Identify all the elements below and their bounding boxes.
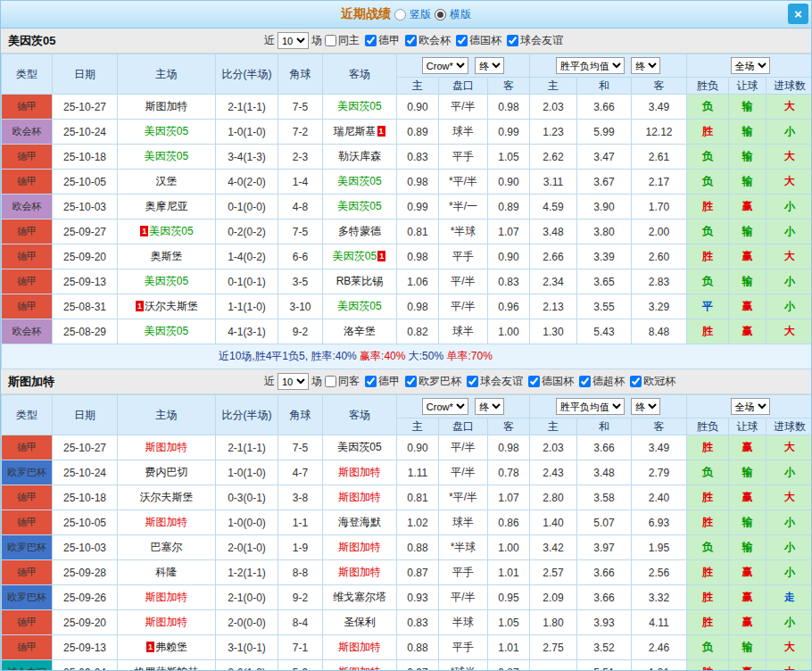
team-text: 弗赖堡 bbox=[155, 641, 187, 653]
home-team: 汉堡 bbox=[118, 170, 216, 195]
subcol-goals-result: 进球数 bbox=[766, 78, 812, 95]
table-row: 德甲25-09-13美因茨050-1(0-1)3-5RB莱比锡1.06平/半0.… bbox=[2, 269, 812, 294]
team-text: 费内巴切 bbox=[145, 466, 188, 478]
red-card-badge: 1 bbox=[377, 251, 385, 261]
odds-lose: 4.11 bbox=[632, 610, 687, 635]
match-type-badge: 德甲 bbox=[2, 95, 53, 120]
recent-label: 近 bbox=[264, 33, 275, 48]
checkbox-欧罗巴杯[interactable] bbox=[405, 376, 417, 387]
wdl-average-select[interactable]: 胜平负均值 bbox=[556, 398, 625, 415]
checkbox-球会友谊[interactable] bbox=[467, 376, 478, 387]
odds-lose: 12.12 bbox=[632, 120, 687, 145]
layout-radio-label[interactable]: 横版 bbox=[450, 7, 471, 22]
final-avg-select[interactable]: 终 bbox=[631, 57, 660, 74]
away-team: 圣保利 bbox=[323, 610, 397, 635]
crow-company-select[interactable]: Crow* bbox=[422, 398, 468, 415]
checkbox-欧冠杯[interactable] bbox=[630, 376, 642, 387]
crow-away-odds: 1.05 bbox=[488, 610, 530, 635]
final-odds-select[interactable]: 终 bbox=[475, 398, 504, 415]
match-score: 1-0(1-0) bbox=[216, 120, 278, 145]
corner-score: 3-8 bbox=[278, 485, 323, 510]
team-text: 巴塞尔 bbox=[151, 541, 183, 553]
match-date: 25-10-27 bbox=[53, 95, 118, 120]
subcol-draw: 和 bbox=[577, 418, 632, 435]
match-date: 25-10-18 bbox=[53, 485, 118, 510]
result-goals: 小 bbox=[766, 195, 812, 220]
checkbox-德甲[interactable] bbox=[365, 35, 377, 46]
checkbox-欧会杯[interactable] bbox=[405, 35, 417, 46]
result-goals: 大 bbox=[766, 660, 812, 671]
corner-score: 9-2 bbox=[278, 585, 323, 610]
filter-checkbox-球会友谊[interactable]: 球会友谊 bbox=[467, 374, 523, 389]
corner-score: 7-5 bbox=[278, 95, 323, 120]
filter-checkbox-德国杯[interactable]: 德国杯 bbox=[456, 33, 501, 48]
layout-radio-label[interactable]: 竖版 bbox=[410, 7, 431, 22]
checkbox-label: 同主 bbox=[338, 33, 360, 48]
odds-win: 4.59 bbox=[530, 195, 577, 220]
recent-count-select[interactable]: 10 bbox=[278, 373, 309, 390]
crow-company-select[interactable]: Crow* bbox=[422, 57, 468, 74]
fulltime-select[interactable]: 全场 bbox=[731, 398, 770, 415]
odds-draw: 3.90 bbox=[577, 195, 632, 220]
team-name: 美因茨05 bbox=[1, 33, 264, 49]
odds-lose: 3.32 bbox=[632, 585, 687, 610]
checkbox-同客[interactable] bbox=[325, 376, 336, 387]
final-avg-select[interactable]: 终 bbox=[631, 398, 660, 415]
table-row: 德甲25-10-05斯图加特1-0(0-0)1-1海登海默1.02球半0.861… bbox=[2, 510, 812, 535]
result-handicap: 输 bbox=[729, 95, 766, 120]
result-handicap: 输 bbox=[729, 460, 766, 485]
filter-checkbox-欧冠杯[interactable]: 欧冠杯 bbox=[630, 374, 675, 389]
filter-checkbox-德甲[interactable]: 德甲 bbox=[365, 374, 400, 389]
layout-radio-selected[interactable] bbox=[435, 9, 446, 21]
wdl-average-select[interactable]: 胜平负均值 bbox=[556, 57, 625, 74]
home-team: 美因茨05 bbox=[118, 120, 216, 145]
filter-checkbox-同客[interactable]: 同客 bbox=[325, 374, 360, 389]
crow-away-odds: 0.83 bbox=[488, 269, 530, 294]
filter-checkbox-球会友谊[interactable]: 球会友谊 bbox=[507, 33, 563, 48]
recent-count-select[interactable]: 10 bbox=[278, 32, 309, 49]
filter-checkbox-欧罗巴杯[interactable]: 欧罗巴杯 bbox=[405, 374, 461, 389]
col-away: 客场 bbox=[323, 395, 397, 435]
match-date: 25-09-26 bbox=[53, 585, 118, 610]
table-row: 欧罗巴杯25-10-24费内巴切1-0(1-0)4-7斯图加特1.11平/半0.… bbox=[2, 460, 812, 485]
away-team: 美因茨05 bbox=[323, 195, 397, 220]
checkbox-德超杯[interactable] bbox=[579, 376, 591, 387]
result-handicap: 赢 bbox=[729, 585, 766, 610]
odds-lose: 2.00 bbox=[632, 220, 687, 244]
odds-win: 2.03 bbox=[530, 95, 577, 120]
filter-checkbox-德超杯[interactable]: 德超杯 bbox=[579, 374, 625, 389]
handicap: *半球 bbox=[439, 535, 488, 560]
checkbox-label: 球会友谊 bbox=[480, 374, 523, 389]
checkbox-德国杯[interactable] bbox=[528, 376, 540, 387]
filter-checkbox-德国杯[interactable]: 德国杯 bbox=[528, 374, 574, 389]
checkbox-德甲[interactable] bbox=[365, 376, 377, 387]
team-text: 美因茨05 bbox=[337, 100, 381, 112]
handicap: 平手 bbox=[439, 635, 488, 660]
table-row: 德甲25-10-18美因茨053-4(1-3)2-3勒沃库森0.83平手1.05… bbox=[2, 145, 812, 170]
filter-checkbox-同主[interactable]: 同主 bbox=[325, 33, 360, 48]
home-team: 费内巴切 bbox=[118, 460, 216, 485]
match-date: 25-10-05 bbox=[53, 170, 118, 195]
odds-draw: 3.52 bbox=[577, 635, 632, 660]
checkbox-球会友谊[interactable] bbox=[507, 35, 518, 46]
away-team: 维戈塞尔塔 bbox=[323, 585, 397, 610]
away-team: 美因茨05 bbox=[323, 435, 397, 460]
result-handicap: 输 bbox=[729, 269, 766, 294]
away-team: 海登海默 bbox=[323, 510, 397, 535]
fulltime-select[interactable]: 全场 bbox=[731, 57, 770, 74]
checkbox-德国杯[interactable] bbox=[456, 35, 468, 46]
match-date: 25-10-24 bbox=[53, 460, 118, 485]
odds-win: 3.48 bbox=[530, 220, 577, 244]
filter-checkbox-德甲[interactable]: 德甲 bbox=[365, 33, 400, 48]
final-odds-select[interactable]: 终 bbox=[475, 57, 504, 74]
match-type-badge: 德甲 bbox=[2, 294, 53, 319]
titlebar: 近期战绩 竖版横版 × bbox=[1, 1, 811, 29]
result-handicap: 输 bbox=[729, 145, 766, 170]
result-wdl: 胜 bbox=[687, 660, 729, 671]
filter-checkbox-欧会杯[interactable]: 欧会杯 bbox=[405, 33, 451, 48]
checkbox-同主[interactable] bbox=[325, 35, 336, 46]
close-button[interactable]: × bbox=[788, 4, 808, 24]
layout-radio[interactable] bbox=[394, 9, 406, 21]
match-type-badge: 欧会杯 bbox=[2, 195, 53, 220]
table-row: 德甲25-10-27斯图加特2-1(1-1)7-5美因茨050.90平/半0.9… bbox=[2, 435, 812, 460]
